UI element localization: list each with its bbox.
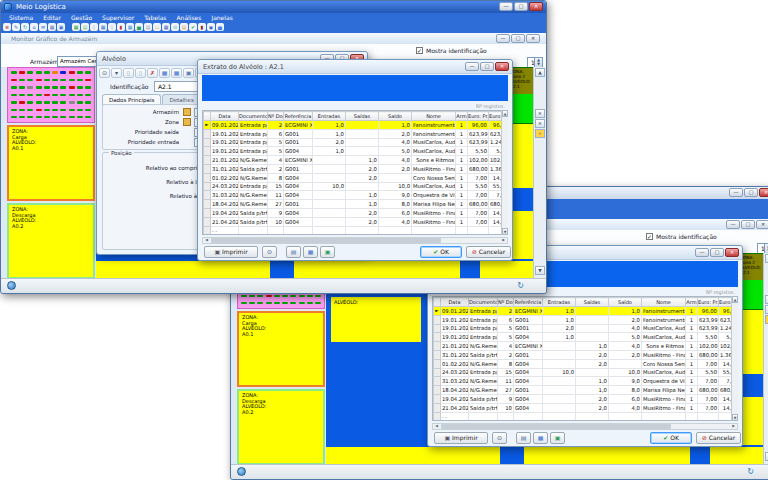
rack-cell[interactable]	[60, 101, 66, 104]
table-row[interactable]: 24.03.2020Entrada p/trf15G00410,010,0Mus…	[204, 182, 509, 191]
rack-cell[interactable]	[52, 109, 58, 112]
rack-cell[interactable]	[69, 94, 75, 97]
search-icon[interactable]: ⊙	[171, 23, 179, 31]
grid2-icon[interactable]: ▦	[126, 23, 134, 31]
lookup-button[interactable]	[183, 108, 191, 116]
rack-cell[interactable]	[19, 109, 25, 112]
new-doc-icon[interactable]: ▯	[123, 68, 134, 78]
dialog-maximize-button[interactable]: □	[480, 62, 494, 71]
close-button[interactable]: ✕	[759, 188, 768, 197]
scroll-left-icon[interactable]: ◀	[203, 238, 210, 243]
edit-icon[interactable]: ✎	[12, 23, 20, 31]
column-header[interactable]: Referência	[284, 112, 313, 121]
rack-cell[interactable]	[11, 79, 17, 82]
rack-cell[interactable]	[60, 71, 66, 74]
menu-item-janelas[interactable]: Janelas	[206, 13, 237, 22]
window-icon[interactable]: ▣	[183, 68, 194, 78]
rack-cell[interactable]	[290, 295, 296, 298]
rack-cell[interactable]	[52, 101, 58, 104]
rack-cell[interactable]	[60, 94, 66, 97]
rack-cell[interactable]	[36, 101, 42, 104]
table-row[interactable]: 01.02.2020N/G.Remessa8G0042,0Coro Nossa …	[434, 359, 739, 368]
menu-item-análises[interactable]: Análises	[172, 13, 207, 22]
mostra-identificacao-checkbox[interactable]: ✓	[416, 47, 423, 54]
rack-cell[interactable]	[52, 86, 58, 89]
rack-cell[interactable]	[266, 295, 272, 298]
warehouse-icon[interactable]: ▦	[72, 23, 80, 31]
table-row[interactable]: 18.04.2020N/G.Remessa27G0011,08,0Marisa …	[434, 386, 739, 395]
column-header[interactable]: Referência	[514, 298, 543, 307]
zone-carga[interactable]: ZONA:CargaALVÉOLO:A0.1	[7, 125, 95, 201]
zone-carga[interactable]: ZONA:CargaALVÉOLO:A0.1	[237, 311, 325, 387]
column-header[interactable]: Nome	[412, 112, 456, 121]
column-header[interactable]: Euro: Pr.Unit	[698, 298, 719, 307]
rack-cell[interactable]	[44, 71, 50, 74]
check-icon[interactable]: ✔	[189, 23, 197, 31]
scroll-left-icon[interactable]: ◀	[433, 424, 440, 429]
child-close-button[interactable]: ✕	[756, 220, 768, 229]
column-header[interactable]: Saídas	[346, 112, 379, 121]
refresh-icon[interactable]: ↻	[517, 280, 524, 291]
scroll-up-icon[interactable]: ▲	[535, 68, 545, 77]
rack-cell[interactable]	[27, 101, 33, 104]
rack-cell[interactable]	[27, 71, 33, 74]
column-header[interactable]: Nome	[642, 298, 686, 307]
rack-cell[interactable]	[85, 116, 91, 119]
table-horizontal-scrollbar[interactable]: ◀ ▶	[202, 237, 508, 244]
table-row[interactable]: 19.04.2020Saída p/trf9G0042,06,0MusiRitm…	[434, 394, 739, 403]
export-button[interactable]: ▣	[550, 432, 565, 444]
search-icon[interactable]: ⊙	[99, 68, 110, 78]
chart2-icon[interactable]: ▅	[216, 23, 224, 31]
rack-grid[interactable]	[7, 67, 95, 123]
box-dark-icon[interactable]: ▮	[198, 23, 206, 31]
table-row[interactable]: 21.04.2020Saída p/trf10G0042,04,0MusiRit…	[434, 403, 739, 412]
rack-cell[interactable]	[77, 79, 83, 82]
rack-cell[interactable]	[11, 71, 17, 74]
search-button[interactable]: ⊙	[262, 246, 277, 258]
column-header[interactable]	[434, 298, 441, 307]
refresh-icon[interactable]: ↻	[747, 466, 754, 477]
table-row[interactable]: 19.01.2020Entrada p/trf5G0041,05,0MusiCa…	[204, 147, 509, 156]
rack-cell[interactable]	[52, 79, 58, 82]
scrollbar-thumb[interactable]	[441, 424, 671, 429]
rack-cell[interactable]	[11, 94, 17, 97]
grid-button[interactable]: ▦	[303, 246, 318, 258]
rack-cell[interactable]	[36, 79, 42, 82]
zone-descarga[interactable]: ZONA:DescargaALVÉOLO:A0.2	[237, 389, 325, 465]
rack-cell[interactable]	[85, 71, 91, 74]
close-button[interactable]: ✕	[529, 2, 543, 11]
column-header[interactable]: Nº Doc.	[498, 298, 514, 307]
rack-cell[interactable]	[27, 86, 33, 89]
rack-cell[interactable]	[19, 94, 25, 97]
movements-table[interactable]: DataDocumentoNº Doc.ReferênciaEntradasSa…	[433, 297, 738, 421]
column-header[interactable]	[204, 112, 211, 121]
rack-cell[interactable]	[44, 101, 50, 104]
rack-cell[interactable]	[44, 86, 50, 89]
maximize-button[interactable]: □	[744, 188, 758, 197]
rack-cell[interactable]	[77, 116, 83, 119]
search-button[interactable]: ⊙	[492, 432, 507, 444]
column-header[interactable]: Data	[441, 298, 469, 307]
rack-cell[interactable]	[249, 295, 255, 298]
grid-icon[interactable]: ▦	[159, 68, 170, 78]
rack-cell[interactable]	[307, 295, 313, 298]
table-row[interactable]: ►09.01.2020Entrada p/trf2ECGMINI XS 1001…	[434, 307, 739, 316]
child-close-button[interactable]: ✕	[526, 34, 540, 43]
lookup-button[interactable]	[183, 118, 191, 126]
mostra-identificacao-checkbox[interactable]: ✓	[646, 233, 653, 240]
rack-cell[interactable]	[44, 79, 50, 82]
movements-table[interactable]: DataDocumentoNº Doc.ReferênciaEntradasSa…	[203, 111, 508, 235]
grid-button[interactable]: ▦	[533, 432, 548, 444]
rack-cell[interactable]	[36, 94, 42, 97]
map-scrollbar[interactable]: ▲ ✕ ✕ + ▼	[533, 67, 546, 279]
map-alveolo-band[interactable]: ALVÉOLO:	[331, 297, 421, 342]
rack-cell[interactable]	[299, 295, 305, 298]
table-row[interactable]: 19.01.2020Entrada p/trf5G0012,04,0MusiCa…	[434, 324, 739, 333]
zone-descarga[interactable]: ZONA:DescargaALVÉOLO:A0.2	[7, 203, 95, 279]
minimize-button[interactable]: —	[499, 2, 513, 11]
rack-cell[interactable]	[257, 295, 263, 298]
extrato-dialog-titlebar[interactable]: Extrato do Alvéolo : A2.1 — □ ✕	[198, 60, 512, 74]
rack-cell[interactable]	[307, 302, 313, 305]
table-row[interactable]: 21.01.2020N/G.Remessa4ECGMINI XS 1001,04…	[204, 156, 509, 165]
rack-cell[interactable]	[266, 302, 272, 305]
